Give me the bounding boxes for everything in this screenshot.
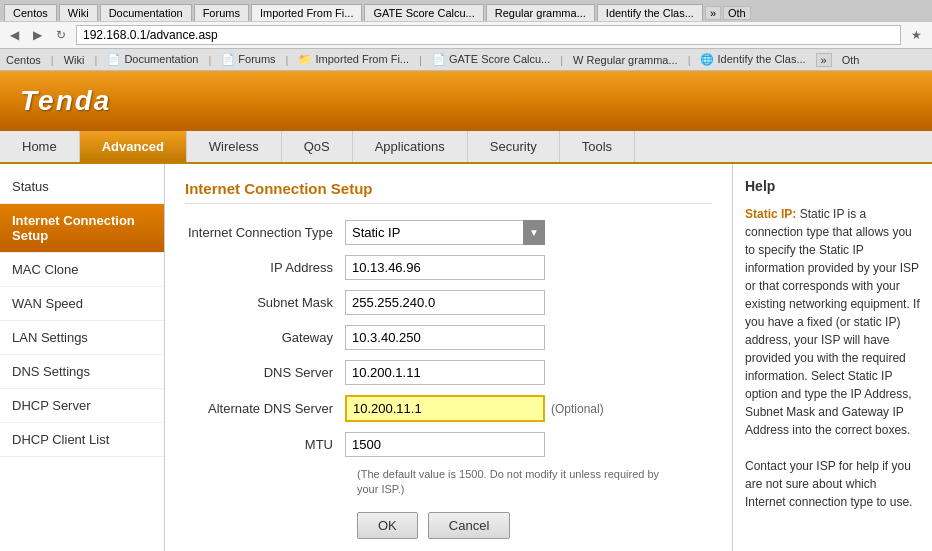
help-body-text: Static IP is a connection type that allo… <box>745 207 920 437</box>
sidebar-item-dhcp-client-list[interactable]: DHCP Client List <box>0 423 164 457</box>
forward-button[interactable]: ▶ <box>29 26 46 44</box>
address-input[interactable] <box>76 25 901 45</box>
cancel-button[interactable]: Cancel <box>428 512 510 539</box>
ip-address-input[interactable] <box>345 255 545 280</box>
sidebar: Status Internet Connection Setup MAC Clo… <box>0 164 165 551</box>
sidebar-item-status[interactable]: Status <box>0 170 164 204</box>
router-page: Tenda Home Advanced Wireless QoS Applica… <box>0 71 932 551</box>
tab-identify[interactable]: Identify the Clas... <box>597 4 703 21</box>
star-button[interactable]: ★ <box>907 26 926 44</box>
mtu-input[interactable] <box>345 432 545 457</box>
nav-home[interactable]: Home <box>0 131 80 162</box>
main-panel: Internet Connection Setup Internet Conne… <box>165 164 732 551</box>
ok-button[interactable]: OK <box>357 512 418 539</box>
connection-type-label: Internet Connection Type <box>185 225 345 240</box>
bookmark-centos[interactable]: Centos <box>6 54 41 66</box>
mtu-hint: (The default value is 1500. Do not modif… <box>357 467 677 498</box>
dns-server-label: DNS Server <box>185 365 345 380</box>
sidebar-item-mac-clone[interactable]: MAC Clone <box>0 253 164 287</box>
router-logo: Tenda <box>20 85 111 117</box>
alt-dns-label: Alternate DNS Server <box>185 401 345 416</box>
sidebar-item-lan-settings[interactable]: LAN Settings <box>0 321 164 355</box>
help-body: Static IP: Static IP is a connection typ… <box>745 205 920 439</box>
tabs-overflow[interactable]: » <box>705 6 721 20</box>
subnet-mask-input[interactable] <box>345 290 545 315</box>
reload-button[interactable]: ↻ <box>52 26 70 44</box>
tab-wiki[interactable]: Wiki <box>59 4 98 21</box>
nav-applications[interactable]: Applications <box>353 131 468 162</box>
alt-dns-input[interactable] <box>345 395 545 422</box>
connection-type-row: Internet Connection Type Static IP Dynam… <box>185 220 712 245</box>
gateway-label: Gateway <box>185 330 345 345</box>
alt-dns-row: Alternate DNS Server (Optional) <box>185 395 712 422</box>
mtu-label: MTU <box>185 437 345 452</box>
form-buttons: OK Cancel <box>357 512 712 539</box>
tab-centos[interactable]: Centos <box>4 4 57 21</box>
nav-qos[interactable]: QoS <box>282 131 353 162</box>
ip-address-label: IP Address <box>185 260 345 275</box>
gateway-row: Gateway <box>185 325 712 350</box>
nav-security[interactable]: Security <box>468 131 560 162</box>
help-body2: Contact your ISP for help if you are not… <box>745 457 920 511</box>
mtu-row: MTU <box>185 432 712 457</box>
bookmark-documentation[interactable]: 📄 Documentation <box>107 53 198 66</box>
sidebar-item-internet-connection-setup[interactable]: Internet Connection Setup <box>0 204 164 253</box>
ip-address-row: IP Address <box>185 255 712 280</box>
subnet-mask-label: Subnet Mask <box>185 295 345 310</box>
bookmark-forums[interactable]: 📄 Forums <box>221 53 275 66</box>
logo-text: Tenda <box>20 85 111 116</box>
bookmark-wiki[interactable]: Wiki <box>64 54 85 66</box>
router-content: Status Internet Connection Setup MAC Clo… <box>0 164 932 551</box>
tab-documentation[interactable]: Documentation <box>100 4 192 21</box>
panel-title: Internet Connection Setup <box>185 180 712 204</box>
router-nav: Home Advanced Wireless QoS Applications … <box>0 131 932 164</box>
tab-gate[interactable]: GATE Score Calcu... <box>364 4 483 21</box>
help-highlight: Static IP: <box>745 207 796 221</box>
nav-wireless[interactable]: Wireless <box>187 131 282 162</box>
bookmark-gate[interactable]: 📄 GATE Score Calcu... <box>432 53 550 66</box>
sidebar-item-dns-settings[interactable]: DNS Settings <box>0 355 164 389</box>
tab-regular[interactable]: Regular gramma... <box>486 4 595 21</box>
bookmark-oth[interactable]: Oth <box>842 54 860 66</box>
subnet-mask-row: Subnet Mask <box>185 290 712 315</box>
browser-tabs-bar: Centos Wiki Documentation Forums Importe… <box>0 0 932 22</box>
help-title: Help <box>745 176 920 197</box>
sidebar-item-wan-speed[interactable]: WAN Speed <box>0 287 164 321</box>
help-panel: Help Static IP: Static IP is a connectio… <box>732 164 932 551</box>
gateway-input[interactable] <box>345 325 545 350</box>
bookmarks-bar: Centos | Wiki | 📄 Documentation | 📄 Foru… <box>0 49 932 71</box>
router-header: Tenda <box>0 71 932 131</box>
tab-imported[interactable]: Imported From Fi... <box>251 4 363 21</box>
bookmark-imported[interactable]: 📁 Imported From Fi... <box>298 53 409 66</box>
address-bar: ◀ ▶ ↻ ★ <box>0 22 932 49</box>
tab-forums[interactable]: Forums <box>194 4 249 21</box>
nav-tools[interactable]: Tools <box>560 131 635 162</box>
dns-server-row: DNS Server <box>185 360 712 385</box>
optional-text: (Optional) <box>551 402 604 416</box>
nav-advanced[interactable]: Advanced <box>80 131 187 162</box>
dns-server-input[interactable] <box>345 360 545 385</box>
bookmarks-overflow[interactable]: » <box>816 53 832 67</box>
tabs-more[interactable]: Oth <box>723 6 751 20</box>
connection-type-wrapper: Static IP Dynamic IP PPPoE PPTP L2TP ▼ <box>345 220 545 245</box>
sidebar-item-dhcp-server[interactable]: DHCP Server <box>0 389 164 423</box>
connection-type-select[interactable]: Static IP Dynamic IP PPPoE PPTP L2TP <box>345 220 545 245</box>
bookmark-identify[interactable]: 🌐 Identify the Clas... <box>700 53 805 66</box>
back-button[interactable]: ◀ <box>6 26 23 44</box>
bookmark-regular[interactable]: W Regular gramma... <box>573 54 678 66</box>
